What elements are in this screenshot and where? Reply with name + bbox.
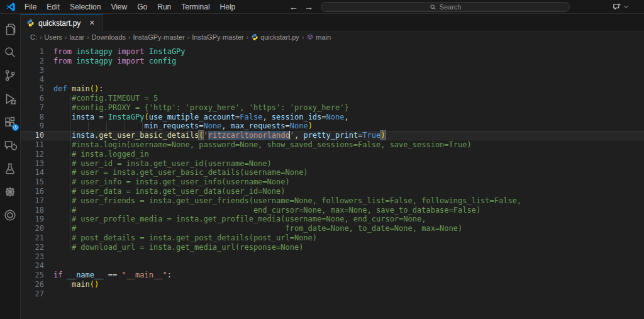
command-center-search[interactable]: Search	[321, 2, 570, 12]
line-number: 21	[21, 233, 53, 243]
breadcrumb-item-instagpy-master[interactable]: InstaGPy-master	[192, 33, 244, 41]
line-content: from instagpy import InstaGPy	[53, 47, 644, 57]
breadcrumb-item-c-[interactable]: C:	[30, 33, 37, 41]
code-line-15[interactable]: 15 # user_info = insta.get_user_info(use…	[21, 177, 644, 187]
line-number: 27	[21, 289, 53, 299]
line-content: #insta.login(username=None, password=Non…	[53, 140, 644, 150]
line-content	[53, 252, 644, 262]
menu-selection[interactable]: Selection	[65, 0, 106, 13]
code-line-13[interactable]: 13 # user_id = insta.get_user_id(usernam…	[21, 159, 644, 169]
clock-icon	[13, 125, 18, 130]
code-line-11[interactable]: 11 #insta.login(username=None, password=…	[21, 140, 644, 150]
code-line-8[interactable]: 8 insta = InstaGPy(use_mutiple_account=F…	[21, 113, 644, 122]
line-content: #config.PROXY = {'http': 'proxy_here', '…	[53, 103, 644, 113]
line-number: 25	[21, 271, 53, 280]
line-content: # user_info = insta.get_user_info(userna…	[53, 177, 644, 187]
code-line-27[interactable]: 27	[21, 289, 644, 299]
code-line-9[interactable]: 9 min_requests=None, max_requests=None)	[21, 121, 644, 131]
code-line-3[interactable]: 3	[21, 66, 644, 76]
activity-source-control[interactable]	[0, 64, 21, 87]
line-number: 1	[21, 47, 53, 57]
menu-help[interactable]: Help	[215, 0, 241, 13]
indent-guide	[70, 224, 70, 233]
code-line-19[interactable]: 19 # user_profile_media = insta.get_prof…	[21, 215, 644, 224]
code-line-1[interactable]: 1from instagpy import InstaGPy	[21, 47, 644, 57]
line-number: 18	[21, 206, 53, 215]
navigate-forward-button[interactable]: →	[304, 2, 313, 12]
code-line-6[interactable]: 6 #config.TIMEOUT = 5	[21, 94, 644, 103]
activity-testing[interactable]	[0, 157, 21, 180]
indent-guide	[70, 121, 70, 131]
vscode-logo-icon	[6, 2, 16, 12]
line-content: min_requests=None, max_requests=None)	[53, 121, 644, 131]
code-line-7[interactable]: 7 #config.PROXY = {'http': 'proxy_here',…	[21, 103, 644, 113]
line-number: 3	[21, 66, 53, 76]
copilot-chat-icon[interactable]	[612, 2, 622, 12]
extensions-update-badge	[12, 124, 19, 131]
code-line-25[interactable]: 25if __name__ == "__main__":	[21, 271, 644, 280]
breadcrumb-item-downloads[interactable]: Downloads	[92, 33, 126, 41]
activity-extension-b[interactable]	[0, 203, 21, 227]
pinwheel-icon	[3, 185, 17, 199]
navigate-back-button[interactable]: ←	[289, 2, 298, 12]
indent-guide	[70, 140, 70, 150]
code-line-4[interactable]: 4	[21, 75, 644, 84]
tab-quickstart[interactable]: quickstart.py ✕	[21, 14, 103, 31]
activity-extension-a[interactable]	[0, 180, 21, 203]
activity-search[interactable]	[0, 40, 21, 64]
code-line-16[interactable]: 16 # user_data = insta.get_user_data(use…	[21, 187, 644, 196]
menu-terminal[interactable]: Terminal	[176, 0, 214, 13]
line-number: 24	[21, 261, 53, 271]
code-line-21[interactable]: 21 # post_details = insta.get_post_detai…	[21, 233, 644, 243]
indent-guide	[142, 121, 143, 131]
chevron-down-icon[interactable]	[623, 4, 629, 9]
activity-chat[interactable]	[0, 133, 21, 157]
code-line-12[interactable]: 12 # insta.logged_in	[21, 150, 644, 159]
line-number: 19	[21, 215, 53, 224]
code-line-18[interactable]: 18 # end_cursor=None, max=None, save_to_…	[21, 206, 644, 215]
line-content: if __name__ == "__main__":	[53, 271, 644, 280]
line-content: insta.get_user_basic_details('ritzcarlto…	[53, 131, 644, 140]
line-number: 23	[21, 252, 53, 262]
line-content: # insta.logged_in	[53, 150, 644, 159]
activity-extensions[interactable]	[0, 110, 21, 133]
indent-guide	[70, 94, 70, 103]
indent-guide	[70, 177, 70, 187]
menu-file[interactable]: File	[19, 0, 42, 13]
code-line-23[interactable]: 23	[21, 252, 644, 262]
menu-go[interactable]: Go	[132, 0, 152, 13]
activity-run-and-debug[interactable]	[0, 87, 21, 110]
breadcrumb-item-lazar[interactable]: lazar	[69, 33, 84, 41]
indent-guide	[70, 150, 70, 159]
code-line-17[interactable]: 17 # user_friends = insta.get_user_frien…	[21, 196, 644, 206]
code-line-5[interactable]: 5def main():	[21, 84, 644, 94]
code-line-14[interactable]: 14 # user = insta.get_user_basic_details…	[21, 168, 644, 177]
indent-guide	[70, 187, 70, 196]
line-number: 11	[21, 140, 53, 150]
code-line-22[interactable]: 22 # download_url = insta.get_media_url(…	[21, 243, 644, 252]
indent-guide	[70, 159, 70, 169]
activity-explorer[interactable]	[0, 17, 21, 40]
menu-edit[interactable]: Edit	[42, 0, 65, 13]
comment-refresh-icon	[3, 138, 17, 152]
menu-run[interactable]: Run	[152, 0, 176, 13]
menu-view[interactable]: View	[106, 0, 132, 13]
line-number: 5	[21, 84, 53, 94]
tab-close-icon[interactable]: ✕	[87, 18, 97, 28]
breadcrumb-item-users[interactable]: Users	[44, 33, 62, 41]
breadcrumb-item-instagpy-master[interactable]: InstaGPy-master	[133, 33, 185, 41]
line-content: from instagpy import config	[53, 57, 644, 66]
code-line-26[interactable]: 26 main()	[21, 280, 644, 289]
code-line-2[interactable]: 2from instagpy import config	[21, 57, 644, 66]
search-placeholder: Search	[440, 3, 462, 11]
code-editor[interactable]: 1from instagpy import InstaGPy2from inst…	[21, 43, 644, 319]
search-icon	[430, 4, 436, 11]
tab-bar: quickstart.py ✕	[21, 14, 644, 31]
breadcrumb-item-main[interactable]: main	[306, 33, 331, 41]
code-line-10[interactable]: 10 insta.get_user_basic_details('ritzcar…	[21, 131, 644, 140]
line-number: 2	[21, 57, 53, 66]
breadcrumb-item-quickstart-py[interactable]: quickstart.py	[251, 33, 299, 41]
code-line-20[interactable]: 20 # from_date=None, to_date=None, max=N…	[21, 224, 644, 233]
symbol-method-icon	[306, 33, 314, 41]
code-line-24[interactable]: 24	[21, 261, 644, 271]
